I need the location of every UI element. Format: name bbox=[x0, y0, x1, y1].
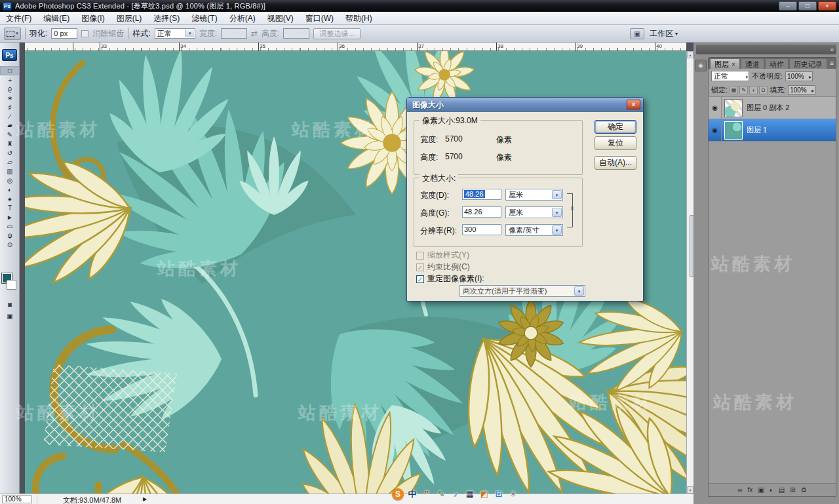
ime-grid-icon[interactable]: ⊞ bbox=[493, 488, 505, 500]
visibility-toggle-icon[interactable]: ◉ bbox=[709, 119, 722, 142]
layer-style-icon[interactable]: fx bbox=[748, 484, 753, 496]
tab-图层[interactable]: 图层× bbox=[710, 58, 740, 69]
antialias-checkbox[interactable] bbox=[81, 30, 88, 37]
layer-mask-icon[interactable]: ▣ bbox=[758, 484, 764, 496]
sogou-logo-icon[interactable]: S bbox=[392, 488, 404, 500]
tab-close-icon[interactable]: × bbox=[732, 61, 735, 68]
tab-通道[interactable]: 通道 bbox=[741, 58, 764, 69]
maximize-button[interactable]: □ bbox=[798, 1, 817, 10]
tab-动作[interactable]: 动作 bbox=[765, 58, 789, 69]
menu-item[interactable]: 图像(I) bbox=[75, 12, 110, 25]
scroll-up-icon[interactable]: ▲ bbox=[687, 51, 693, 58]
vertical-scrollbar[interactable]: ▲ ▼ bbox=[686, 51, 693, 494]
lock-transparency-icon[interactable]: ▦ bbox=[730, 86, 738, 94]
move-tool[interactable]: ＋ bbox=[0, 75, 20, 85]
menu-item[interactable]: 编辑(E) bbox=[37, 12, 75, 25]
dodge-tool[interactable]: ◐ bbox=[0, 185, 20, 195]
path-selection-tool[interactable]: ► bbox=[0, 213, 20, 222]
magic-wand-tool[interactable]: ∗ bbox=[0, 94, 20, 103]
minimize-button[interactable]: – bbox=[779, 1, 797, 10]
resample-image-checkbox[interactable]: ✓ bbox=[416, 275, 424, 283]
new-layer-icon[interactable]: ⊞ bbox=[790, 484, 795, 496]
brush-tool[interactable]: ✎ bbox=[0, 130, 20, 140]
constrain-proportions-checkbox[interactable]: ✓ bbox=[416, 263, 424, 271]
doc-width-unit-combobox[interactable]: 厘米▾ bbox=[505, 189, 563, 201]
zoom-tool[interactable]: ⊙ bbox=[0, 241, 20, 250]
clone-stamp-tool[interactable]: ♜ bbox=[0, 140, 20, 149]
ime-keyboard-icon[interactable]: ▦ bbox=[464, 488, 476, 500]
tab-历史记录[interactable]: 历史记录 bbox=[789, 58, 827, 69]
feather-input[interactable]: 0 px bbox=[51, 28, 77, 39]
layer-row[interactable]: ◉图层 1 bbox=[709, 119, 836, 142]
ok-button[interactable]: 确定 bbox=[595, 120, 636, 134]
ime-punctuation-icon[interactable]: ” bbox=[421, 488, 433, 500]
scroll-down-icon[interactable]: ▼ bbox=[687, 486, 693, 494]
lock-pixels-icon[interactable]: ✎ bbox=[739, 86, 748, 94]
ime-mode-chinese[interactable]: 中 bbox=[406, 488, 418, 500]
menu-item[interactable]: 窗口(W) bbox=[300, 12, 340, 25]
shape-tool[interactable]: ▭ bbox=[0, 222, 20, 231]
menu-item[interactable]: 帮助(H) bbox=[340, 12, 378, 25]
ime-settings-icon[interactable]: ✳ bbox=[507, 488, 519, 500]
panel-menu-icon[interactable]: ≡ bbox=[830, 60, 834, 67]
zoom-level-input[interactable]: 100% bbox=[2, 495, 32, 503]
opacity-input[interactable]: 100%▸ bbox=[785, 71, 813, 81]
ime-handwrite-icon[interactable]: ✎ bbox=[435, 488, 447, 500]
eyedropper-tool[interactable]: ∕ bbox=[0, 112, 20, 121]
ime-mic-icon[interactable]: ♪ bbox=[450, 488, 461, 500]
lock-all-icon[interactable]: Ω bbox=[759, 86, 768, 94]
collapsed-dock-button[interactable]: ◈ bbox=[695, 60, 707, 71]
refine-edge-button[interactable]: 调整边缘... bbox=[313, 28, 360, 39]
height-input[interactable] bbox=[283, 28, 309, 39]
visibility-toggle-icon[interactable]: ◉ bbox=[709, 97, 722, 119]
close-button[interactable]: × bbox=[818, 1, 836, 10]
hand-tool[interactable]: ψ bbox=[0, 231, 20, 241]
menu-item[interactable]: 滤镜(T) bbox=[185, 12, 223, 25]
crop-tool[interactable]: ♯ bbox=[0, 103, 20, 112]
spinner-icon[interactable]: ▸ bbox=[809, 73, 811, 81]
background-color-swatch[interactable] bbox=[7, 280, 16, 290]
doc-width-input[interactable]: 48.26 bbox=[462, 189, 501, 200]
lock-position-icon[interactable]: ＋ bbox=[749, 86, 758, 94]
type-tool[interactable]: T bbox=[0, 204, 20, 213]
fill-input[interactable]: 100%▸ bbox=[788, 85, 815, 95]
width-input[interactable] bbox=[221, 28, 247, 39]
auto-button[interactable]: 自动(A)... bbox=[595, 156, 636, 170]
delete-layer-icon[interactable]: ♻ bbox=[801, 484, 807, 496]
doc-height-input[interactable]: 48.26 bbox=[462, 206, 501, 218]
rect-marquee-tool[interactable]: □ bbox=[0, 66, 20, 75]
swap-dimensions-icon[interactable]: ⇄ bbox=[251, 29, 258, 38]
tool-preset-picker[interactable]: ▾ bbox=[4, 28, 21, 40]
pen-tool[interactable]: ♠ bbox=[0, 195, 20, 204]
layer-row[interactable]: ◉图层 0 副本 2 bbox=[709, 97, 836, 119]
menu-item[interactable]: 图层(L) bbox=[111, 12, 148, 25]
menu-item[interactable]: 分析(A) bbox=[224, 12, 262, 25]
menu-item[interactable]: 选择(S) bbox=[147, 12, 185, 25]
healing-brush-tool[interactable]: ▰ bbox=[0, 121, 20, 130]
dialog-title-bar[interactable]: 图像大小 bbox=[407, 98, 643, 112]
spinner-icon[interactable]: ▸ bbox=[811, 87, 814, 95]
scale-styles-checkbox[interactable] bbox=[416, 252, 424, 260]
history-brush-tool[interactable]: ↺ bbox=[0, 149, 20, 158]
adjustment-layer-icon[interactable]: ◐ bbox=[770, 484, 773, 496]
dialog-close-button[interactable]: × bbox=[627, 100, 640, 109]
reset-button[interactable]: 复位 bbox=[595, 136, 636, 150]
eraser-tool[interactable]: ▱ bbox=[0, 158, 20, 167]
bridge-icon[interactable]: ▣ bbox=[630, 28, 644, 39]
doc-height-unit-combobox[interactable]: 厘米▾ bbox=[505, 206, 563, 218]
quick-mask-button[interactable]: ◙ bbox=[0, 301, 20, 311]
dock-collapse-button[interactable]: » bbox=[830, 45, 834, 54]
resolution-unit-combobox[interactable]: 像素/英寸▾ bbox=[505, 224, 563, 236]
menu-item[interactable]: 文件(F) bbox=[0, 12, 37, 25]
workspace-button[interactable]: 工作区▾ bbox=[650, 28, 678, 39]
resample-method-combobox[interactable]: 两次立方(适用于平滑渐变)▾ bbox=[459, 285, 585, 297]
layer-group-icon[interactable]: ▤ bbox=[779, 484, 785, 496]
style-combobox[interactable]: 正常▾ bbox=[155, 28, 195, 39]
ime-skin-icon[interactable]: ◩ bbox=[478, 488, 490, 500]
status-flyout-icon[interactable]: ▶ bbox=[143, 496, 147, 502]
blur-tool[interactable]: ◎ bbox=[0, 176, 20, 185]
screen-mode-button[interactable]: ▣ bbox=[0, 313, 20, 322]
gradient-tool[interactable]: ▥ bbox=[0, 167, 20, 176]
blend-mode-combobox[interactable]: 正常▾ bbox=[711, 71, 749, 81]
menu-item[interactable]: 视图(V) bbox=[262, 12, 300, 25]
